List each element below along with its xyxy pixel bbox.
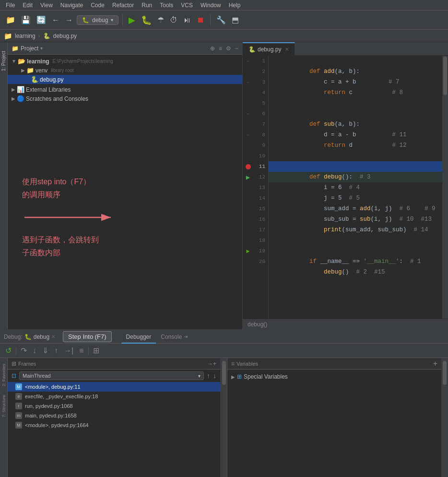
red-arrow-icon bbox=[22, 210, 118, 225]
layout-button[interactable]: ⊞ bbox=[92, 345, 101, 356]
annotation-arrow-row bbox=[22, 210, 228, 225]
editor-scrollbar[interactable] bbox=[442, 56, 448, 319]
tree-item-label: learning bbox=[27, 58, 49, 65]
folder-icon: 📁 bbox=[4, 32, 12, 40]
settings-button[interactable]: 🔧 bbox=[214, 13, 228, 26]
editor-footer-text: debug() bbox=[248, 321, 267, 328]
expand-arrow-icon: ▶ bbox=[231, 374, 235, 380]
var-scroll-thumb[interactable] bbox=[443, 361, 447, 385]
frame-icon: e bbox=[15, 393, 22, 400]
frame-item-4[interactable]: M <module>, pydevd.py:1664 bbox=[8, 420, 220, 430]
save-button[interactable]: 💾 bbox=[19, 13, 33, 26]
step-out-button[interactable]: ↑ bbox=[53, 346, 59, 356]
step-into-button[interactable]: ↓ bbox=[31, 346, 38, 356]
favorites-label[interactable]: 2: Favorites bbox=[0, 362, 7, 388]
gutter-1: – bbox=[243, 56, 253, 66]
tree-item-debug-py[interactable]: 🐍 debug.py bbox=[8, 75, 242, 84]
run-to-cursor-button[interactable]: →| bbox=[62, 346, 75, 356]
menu-tools[interactable]: Tools bbox=[156, 1, 177, 10]
gutter-2 bbox=[243, 66, 253, 77]
tree-item-external-libs[interactable]: ▶ 📊 External Libraries bbox=[8, 85, 242, 94]
tree-venv-note: library root bbox=[51, 68, 73, 73]
chevron-down-icon[interactable]: ▾ bbox=[40, 46, 43, 51]
tab-close-icon[interactable]: ✕ bbox=[285, 47, 289, 52]
frame-item-0[interactable]: M <module>, debug.py:11 bbox=[8, 382, 220, 392]
menu-refactor[interactable]: Refactor bbox=[108, 1, 138, 10]
gutter-6: – bbox=[243, 108, 253, 119]
toggle-breakpoint-button[interactable]: ⏯ bbox=[181, 14, 193, 26]
step-over-button[interactable]: ↷ bbox=[19, 345, 28, 356]
frame-icon: M bbox=[15, 383, 22, 390]
menu-run[interactable]: Run bbox=[138, 1, 156, 10]
back-button[interactable]: ← bbox=[50, 14, 61, 26]
tree-item-scratches[interactable]: ▶ 🔵 Scratches and Consoles bbox=[8, 94, 242, 103]
code-line-1: def add(a, b): bbox=[273, 56, 442, 66]
thread-down-icon[interactable]: ↓ bbox=[213, 372, 216, 380]
project-side-label[interactable]: 1: Project bbox=[0, 47, 7, 75]
run-button[interactable]: ▶ bbox=[127, 13, 137, 27]
special-vars-icon: ⊞ bbox=[237, 373, 242, 380]
services-button[interactable]: ⬒ bbox=[230, 13, 241, 26]
special-variables-row[interactable]: ▶ ⊞ Special Variables bbox=[231, 373, 288, 380]
gutter-11-breakpoint[interactable] bbox=[243, 161, 253, 172]
debug-config-name: debug bbox=[92, 17, 108, 24]
thread-dropdown[interactable]: MainThread ▾ bbox=[19, 371, 204, 380]
locate-icon[interactable]: ⊕ bbox=[210, 45, 215, 52]
stop-button[interactable]: ⏹ bbox=[195, 14, 206, 26]
menu-help[interactable]: Help bbox=[225, 1, 245, 10]
debug-session-close[interactable]: ✕ bbox=[51, 334, 55, 339]
close-icon[interactable]: − bbox=[235, 45, 238, 52]
menu-vcs[interactable]: VCS bbox=[177, 1, 197, 10]
menu-navigate[interactable]: Navigate bbox=[57, 1, 87, 10]
frame-item-1[interactable]: e execfile, _pydev_execfile.py:18 bbox=[8, 392, 220, 401]
scroll-thumb[interactable] bbox=[443, 57, 447, 95]
breadcrumb-folder[interactable]: learning bbox=[15, 33, 35, 39]
settings-icon[interactable]: ⚙ bbox=[226, 45, 231, 52]
gutter-16 bbox=[243, 214, 253, 225]
gutter-19-run: ▶ bbox=[243, 246, 253, 256]
coverage-button[interactable]: ☂ bbox=[155, 13, 166, 26]
folder-header-icon: 📁 bbox=[12, 45, 19, 52]
breadcrumb-file[interactable]: debug.py bbox=[53, 33, 77, 39]
sync-button[interactable]: 🔄 bbox=[35, 13, 48, 26]
debug-tab-console[interactable]: Console ⇥ bbox=[156, 330, 192, 344]
editor-tab-debug-py[interactable]: 🐍 debug.py ✕ bbox=[243, 42, 295, 55]
editor-footer: debug() bbox=[243, 319, 448, 329]
variables-add-icon[interactable]: + bbox=[433, 359, 437, 368]
variables-panel: ≡ Variables + ▶ ⊞ Special Variables bbox=[227, 358, 441, 477]
force-step-into-button[interactable]: ⇓ bbox=[41, 345, 50, 356]
frame-item-3[interactable]: m main, pydevd.py:1658 bbox=[8, 411, 220, 420]
menu-window[interactable]: Window bbox=[197, 1, 225, 10]
frames-scrollbar[interactable] bbox=[221, 358, 227, 477]
forward-button[interactable]: → bbox=[63, 14, 75, 26]
editor-panel: 🐍 debug.py ✕ – – – – bbox=[243, 42, 448, 329]
tree-item-learning[interactable]: ▼ 📂 learning E:\PycharmProjects\learning bbox=[8, 57, 242, 66]
debug-tab-debugger[interactable]: Debugger bbox=[121, 330, 156, 344]
menu-edit[interactable]: Edit bbox=[19, 1, 36, 10]
thread-up-icon[interactable]: ↑ bbox=[207, 372, 210, 380]
variables-scrollbar[interactable] bbox=[441, 358, 448, 477]
debug-left-strip: 2: Favorites 7: Structure bbox=[0, 358, 8, 477]
structure-label[interactable]: 7: Structure bbox=[0, 393, 7, 419]
menu-code[interactable]: Code bbox=[87, 1, 108, 10]
project-tree: ▼ 📂 learning E:\PycharmProjects\learning… bbox=[8, 55, 242, 105]
menu-file[interactable]: File bbox=[2, 1, 19, 10]
open-folder-button[interactable]: 📁 bbox=[4, 13, 17, 26]
line-numbers: 1 2 3 4 5 6 7 8 9 10 11 12 13 14 15 16 1… bbox=[253, 56, 269, 319]
rerun-button[interactable]: ↺ bbox=[4, 345, 13, 356]
code-line-6: def sub(a, b): bbox=[273, 108, 442, 119]
tree-item-venv[interactable]: ▶ 📁 venv library root bbox=[8, 66, 242, 75]
frame-item-2[interactable]: r run, pydevd.py:1068 bbox=[8, 401, 220, 411]
tree-venv-label: venv bbox=[35, 67, 47, 74]
debug-button[interactable]: 🐛 bbox=[139, 13, 153, 27]
collapse-icon[interactable]: ≡ bbox=[219, 45, 222, 52]
toolbar-sep2 bbox=[88, 346, 89, 355]
code-gutter: – – – – ▶ bbox=[243, 56, 253, 319]
frames-scroll-thumb[interactable] bbox=[222, 361, 226, 385]
chevron-down-icon: ▾ bbox=[111, 17, 113, 23]
menu-view[interactable]: View bbox=[36, 1, 57, 10]
frames-action-icon[interactable]: →+ bbox=[207, 360, 216, 367]
evaluate-button[interactable]: ≡ bbox=[78, 346, 85, 356]
profile-button[interactable]: ⏱ bbox=[168, 14, 179, 26]
debug-config-dropdown[interactable]: 🐛 debug ▾ bbox=[77, 15, 118, 25]
